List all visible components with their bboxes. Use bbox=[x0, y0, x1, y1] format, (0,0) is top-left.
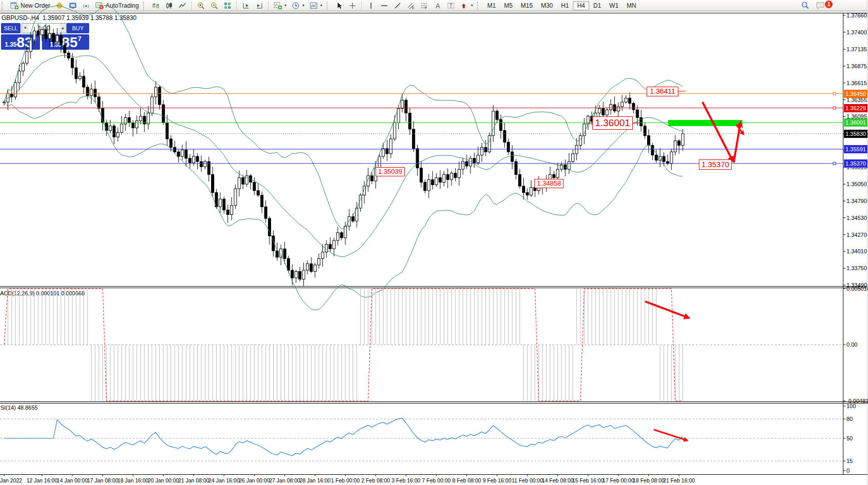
y-axis-tick-label: 1.37660 bbox=[846, 12, 867, 18]
candlestick bbox=[117, 132, 119, 137]
candlestick bbox=[333, 240, 335, 249]
price-label-annotation[interactable]: 1.36001 bbox=[592, 116, 633, 130]
price-label-annotation[interactable]: 1.35039 bbox=[376, 167, 405, 176]
x-axis-label: 18 Jan 16:00 bbox=[117, 477, 149, 483]
candlestick bbox=[109, 126, 112, 131]
rsi-axis-label: 50 bbox=[846, 435, 853, 441]
candlestick bbox=[348, 216, 350, 226]
trend-arrow-annotation[interactable] bbox=[702, 102, 733, 161]
candlestick bbox=[26, 52, 28, 64]
price-label-annotation[interactable]: 1.35370 bbox=[699, 159, 732, 170]
candlestick bbox=[162, 105, 164, 123]
x-axis-label: 27 Jan 08:00 bbox=[269, 477, 300, 483]
candlestick bbox=[382, 149, 385, 156]
candlestick bbox=[200, 161, 202, 167]
candlestick bbox=[481, 147, 483, 155]
rsi-axis-label: 15 bbox=[846, 458, 853, 464]
candlestick bbox=[405, 100, 407, 113]
x-axis-label: 28 Jan 16:00 bbox=[299, 477, 330, 483]
candlestick bbox=[82, 76, 85, 87]
x-axis-label: 21 Feb 16:00 bbox=[663, 477, 695, 483]
level-drag-marker[interactable] bbox=[833, 107, 836, 109]
candlestick bbox=[500, 119, 502, 130]
candlestick bbox=[302, 270, 305, 279]
candlestick bbox=[155, 87, 157, 97]
rsi-axis-label: 0 bbox=[846, 468, 850, 474]
x-axis-label: 8 Feb 08:00 bbox=[452, 477, 481, 483]
candlestick bbox=[52, 33, 55, 42]
candlestick bbox=[424, 182, 426, 190]
x-axis-label: 20 Jan 00:00 bbox=[148, 477, 179, 483]
price-badge: 1.35370 bbox=[844, 159, 867, 168]
candlestick bbox=[526, 193, 529, 195]
x-axis-label: 15 Feb 16:00 bbox=[572, 477, 604, 483]
candlestick bbox=[314, 265, 316, 272]
candlestick bbox=[196, 156, 199, 161]
candlestick bbox=[177, 152, 180, 156]
candlestick bbox=[450, 173, 453, 180]
candlestick bbox=[435, 178, 438, 185]
candlestick bbox=[231, 206, 233, 215]
candlestick bbox=[397, 109, 400, 123]
rsi-line bbox=[4, 418, 683, 455]
candlestick bbox=[507, 142, 510, 152]
candlestick bbox=[75, 68, 77, 78]
x-axis-label: Jan 2022 bbox=[0, 477, 22, 483]
candlestick bbox=[503, 131, 506, 143]
candlestick bbox=[610, 105, 612, 110]
candlestick bbox=[473, 158, 476, 163]
trend-arrow-annotation[interactable] bbox=[654, 430, 687, 440]
y-axis-tick-label: 1.35050 bbox=[846, 181, 867, 187]
candlestick bbox=[329, 245, 332, 249]
chart-canvas[interactable] bbox=[0, 0, 868, 485]
trend-arrow-annotation[interactable] bbox=[645, 301, 689, 318]
candlestick bbox=[98, 97, 100, 109]
candlestick bbox=[226, 210, 229, 215]
level-drag-marker[interactable] bbox=[833, 162, 836, 165]
candlestick bbox=[337, 233, 339, 240]
highlight-bar-annotation[interactable] bbox=[668, 120, 742, 126]
candlestick bbox=[462, 161, 464, 169]
x-axis-label: 7 Feb 00:00 bbox=[422, 477, 451, 483]
candlestick bbox=[306, 264, 309, 270]
y-axis-tick-label: 1.34530 bbox=[846, 215, 867, 221]
candlestick bbox=[219, 199, 221, 207]
x-axis-label: 17 Feb 00:00 bbox=[603, 477, 634, 483]
candlestick bbox=[484, 147, 487, 152]
price-badge: 1.36229 bbox=[844, 104, 867, 112]
candlestick bbox=[295, 272, 297, 278]
price-label-annotation[interactable]: 1.34858 bbox=[534, 179, 564, 188]
bollinger-middle-band bbox=[4, 55, 683, 257]
candlestick bbox=[185, 150, 188, 158]
candlestick bbox=[530, 188, 532, 195]
candlestick bbox=[629, 98, 631, 103]
candlestick bbox=[261, 195, 263, 207]
candlestick bbox=[253, 182, 256, 190]
x-axis-label: 14 Feb 08:00 bbox=[542, 477, 573, 483]
candlestick bbox=[86, 87, 89, 95]
candlestick bbox=[617, 107, 619, 111]
candlestick bbox=[556, 169, 559, 177]
candlestick bbox=[212, 174, 214, 192]
candlestick bbox=[94, 89, 96, 97]
x-axis-label: 2 Feb 08:00 bbox=[361, 477, 390, 483]
level-drag-marker[interactable] bbox=[833, 92, 836, 95]
candlestick bbox=[325, 245, 328, 252]
x-axis-label: 11 Feb 00:00 bbox=[512, 477, 543, 483]
candlestick bbox=[174, 147, 176, 152]
candlestick bbox=[579, 136, 582, 146]
candlestick bbox=[439, 178, 442, 183]
x-axis-label: 18 Feb 08:00 bbox=[633, 477, 665, 483]
x-axis-label: 1 Feb 00:00 bbox=[331, 477, 360, 483]
price-label-annotation[interactable]: 1.36411 bbox=[647, 87, 678, 96]
candlestick bbox=[90, 89, 93, 96]
candlestick bbox=[401, 100, 404, 108]
candlestick bbox=[29, 40, 32, 52]
candlestick bbox=[443, 174, 445, 182]
candlestick bbox=[370, 176, 373, 181]
candlestick bbox=[166, 123, 169, 139]
candlestick bbox=[264, 207, 267, 218]
candlestick bbox=[420, 168, 423, 183]
candlestick bbox=[477, 155, 480, 163]
candlestick bbox=[681, 134, 684, 146]
